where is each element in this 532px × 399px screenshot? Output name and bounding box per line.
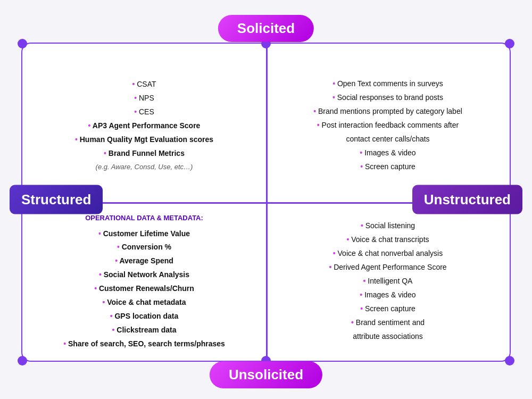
bl-item-6: Voice & chat metadata <box>63 296 225 310</box>
tl-item-2: NPS <box>75 92 213 105</box>
bl-item-8: Clickstream data <box>63 323 225 337</box>
tl-item-4: AP3 Agent Performance Score <box>75 119 213 133</box>
quadrant-bottom-left: OPERATIONAL DATA & METADATA: Customer Li… <box>22 202 266 361</box>
tr-item-3: Brand mentions prompted by category labe… <box>313 105 462 119</box>
quadrant-bl-content: OPERATIONAL DATA & METADATA: Customer Li… <box>63 212 225 351</box>
quadrant-br-content: Social listening Voice & chat transcript… <box>329 219 446 343</box>
unstructured-badge: Unstructured <box>412 185 522 214</box>
solicited-badge: Solicited <box>218 15 314 42</box>
quadrant-top-left: CSAT NPS CES AP3 Agent Performance Score… <box>22 44 266 202</box>
quadrant-tl-content: CSAT NPS CES AP3 Agent Performance Score… <box>75 78 213 173</box>
br-item-6: Images & video <box>329 288 446 302</box>
bl-item-3: Average Spend <box>63 254 225 268</box>
br-item-7: Screen capture <box>329 302 446 316</box>
br-item-3: Voice & chat nonverbal analysis <box>329 247 446 261</box>
corner-circle-bl <box>18 356 27 365</box>
corner-circle-tl <box>18 39 27 48</box>
tl-item-5: Human Quality Mgt Evaluation scores <box>75 133 213 147</box>
br-item-1: Social listening <box>329 219 446 233</box>
quadrant-tr-content: Open Text comments in surveys Social res… <box>313 77 462 173</box>
corner-circle-br <box>505 356 514 365</box>
corner-circle-tr <box>505 39 514 48</box>
br-item-8: Brand sentiment andattribute association… <box>329 316 446 344</box>
br-item-2: Voice & chat transcripts <box>329 233 446 247</box>
tl-item-1: CSAT <box>75 78 213 92</box>
tr-item-6: Screen capture <box>313 160 462 174</box>
tl-note: (e.g. Aware, Consd, Use, etc…) <box>75 161 213 173</box>
bl-item-1: Customer Lifetime Value <box>63 227 225 241</box>
bl-item-2: Conversion % <box>63 240 225 254</box>
tr-item-4: Post interaction feedback comments after… <box>313 119 462 146</box>
br-item-4: Derived Agent Performance Score <box>329 261 446 275</box>
structured-badge: Structured <box>10 185 103 214</box>
tl-item-6: Brand Funnel Metrics <box>75 147 213 161</box>
br-item-5: Intelligent QA <box>329 275 446 288</box>
bl-item-7: GPS location data <box>63 310 225 323</box>
quadrant-bottom-right: Social listening Voice & chat transcript… <box>266 202 510 361</box>
bl-item-9: Share of search, SEO, search terms/phras… <box>63 337 225 351</box>
tr-item-2: Social responses to brand posts <box>313 91 462 105</box>
bl-item-5: Customer Renewals/Churn <box>63 282 225 296</box>
unsolicited-badge: Unsolicited <box>210 361 322 388</box>
tr-item-1: Open Text comments in surveys <box>313 77 462 91</box>
quadrant-top-right: Open Text comments in surveys Social res… <box>266 44 510 202</box>
tr-item-5: Images & video <box>313 146 462 160</box>
tl-item-3: CES <box>75 105 213 119</box>
bl-item-4: Social Network Analysis <box>63 268 225 282</box>
